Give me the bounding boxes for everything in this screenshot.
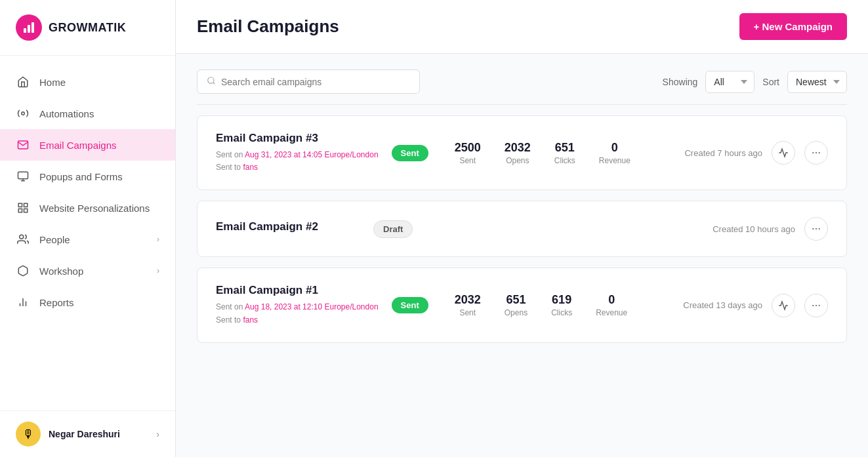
campaign-1-info: Email Campaign #1 Sent on Aug 18, 2023 a… — [216, 284, 379, 326]
stat-opens-value: 2032 — [505, 141, 531, 155]
reports-icon — [16, 295, 30, 309]
campaign-3-date: Aug 31, 2023 at 14:05 Europe/London — [245, 150, 379, 159]
campaign-card: Email Campaign #1 Sent on Aug 18, 2023 a… — [197, 268, 847, 342]
sidebar: GROWMATIK Home Automations — [0, 0, 176, 457]
popups-icon — [16, 169, 30, 184]
stat-revenue: 0 Revenue — [599, 141, 630, 165]
main-header: Email Campaigns + New Campaign — [176, 0, 868, 54]
campaign-3-more-button[interactable] — [804, 141, 828, 165]
people-chevron-icon: › — [157, 235, 159, 244]
workshop-icon — [16, 264, 30, 278]
svg-point-20 — [812, 228, 814, 229]
sidebar-item-website-personalizations[interactable]: Website Personalizations — [0, 192, 175, 224]
stat-revenue-value: 0 — [596, 293, 627, 307]
sidebar-item-people-label: People — [39, 234, 70, 245]
sidebar-item-automations[interactable]: Automations — [0, 98, 175, 129]
svg-point-18 — [816, 152, 817, 153]
sidebar-item-people[interactable]: People › — [0, 224, 175, 255]
campaign-2-more-button[interactable] — [804, 217, 828, 241]
sidebar-item-email-campaigns[interactable]: Email Campaigns — [0, 129, 175, 161]
stat-sent: 2500 Sent — [455, 141, 481, 165]
stat-clicks-label: Clicks — [554, 156, 575, 165]
stat-revenue-value: 0 — [599, 141, 630, 155]
sort-label: Sort — [762, 77, 779, 87]
sidebar-logo: GROWMATIK — [0, 0, 175, 56]
user-profile[interactable]: 🎙 Negar Dareshuri › — [0, 410, 175, 457]
showing-select[interactable]: All Sent Draft — [705, 71, 754, 93]
logo-text: GROWMATIK — [49, 21, 126, 35]
home-icon — [16, 75, 30, 89]
search-input[interactable] — [221, 77, 410, 87]
automations-icon — [16, 106, 30, 121]
svg-rect-8 — [24, 203, 28, 207]
sort-select[interactable]: Newest Oldest — [787, 71, 847, 93]
search-icon — [207, 76, 216, 87]
campaign-1-actions: Created 13 days ago — [683, 294, 828, 317]
content-area: Showing All Sent Draft Sort Newest Oldes… — [176, 54, 868, 457]
stat-opens-label: Opens — [505, 156, 531, 165]
campaign-1-audience: fans — [243, 315, 258, 325]
svg-rect-9 — [24, 209, 28, 212]
people-icon — [16, 232, 30, 247]
sidebar-item-workshop-label: Workshop — [39, 266, 83, 277]
svg-point-22 — [819, 228, 820, 229]
stat-revenue-label: Revenue — [596, 308, 627, 317]
svg-point-24 — [816, 305, 817, 306]
svg-rect-10 — [18, 209, 22, 212]
campaign-3-name: Email Campaign #3 — [216, 132, 379, 145]
sidebar-item-home[interactable]: Home — [0, 66, 175, 98]
page-title: Email Campaigns — [197, 16, 339, 37]
campaign-3-stats: 2500 Sent 2032 Opens 651 Clicks 0 Revenu… — [455, 141, 630, 165]
stat-clicks-value: 619 — [551, 293, 572, 307]
campaign-2-created: Created 10 hours ago — [713, 224, 795, 234]
stat-revenue-label: Revenue — [599, 156, 630, 165]
svg-line-16 — [213, 83, 215, 85]
campaign-3-chart-button[interactable] — [772, 141, 795, 165]
status-badge: Sent — [392, 297, 428, 313]
campaign-1-more-button[interactable] — [804, 294, 828, 317]
svg-point-17 — [812, 152, 814, 153]
campaign-2-actions: Created 10 hours ago — [713, 217, 828, 241]
svg-rect-2 — [31, 22, 34, 33]
status-badge: Sent — [392, 145, 428, 161]
stat-clicks-label: Clicks — [551, 308, 572, 317]
svg-point-11 — [20, 235, 24, 239]
svg-point-15 — [208, 77, 214, 83]
sidebar-item-workshop[interactable]: Workshop › — [0, 255, 175, 287]
stat-revenue: 0 Revenue — [596, 293, 627, 317]
svg-rect-7 — [18, 203, 22, 207]
avatar: 🎙 — [16, 422, 41, 447]
campaign-3-meta: Sent on Aug 31, 2023 at 14:05 Europe/Lon… — [216, 149, 379, 174]
website-icon — [16, 201, 30, 215]
status-badge: Draft — [373, 220, 413, 238]
stat-sent-label: Sent — [455, 156, 481, 165]
sidebar-nav: Home Automations Email Campaigns — [0, 56, 175, 410]
svg-rect-0 — [24, 28, 26, 33]
sidebar-item-website-label: Website Personalizations — [39, 203, 150, 214]
campaign-3-created: Created 7 hours ago — [684, 148, 762, 158]
stat-sent-value: 2032 — [455, 293, 481, 307]
stat-sent: 2032 Sent — [455, 293, 481, 317]
svg-point-23 — [812, 305, 814, 306]
svg-point-21 — [816, 228, 817, 229]
main-content: Email Campaigns + New Campaign Showing A… — [176, 0, 868, 457]
campaign-2-info: Email Campaign #2 — [216, 220, 360, 237]
divider — [197, 104, 847, 105]
email-campaigns-icon — [16, 138, 30, 152]
stat-sent-value: 2500 — [455, 141, 481, 155]
new-campaign-button[interactable]: + New Campaign — [739, 13, 847, 40]
stat-clicks: 651 Clicks — [554, 141, 575, 165]
campaign-1-chart-button[interactable] — [772, 294, 795, 317]
workshop-chevron-icon: › — [157, 266, 159, 275]
sidebar-item-popups-label: Popups and Forms — [39, 171, 123, 182]
stat-sent-label: Sent — [455, 308, 481, 317]
svg-point-19 — [819, 152, 820, 153]
stat-clicks-value: 651 — [554, 141, 575, 155]
campaign-card: Email Campaign #2 Draft Created 10 hours… — [197, 201, 847, 257]
sidebar-item-automations-label: Automations — [39, 108, 94, 119]
campaign-3-actions: Created 7 hours ago — [684, 141, 828, 165]
sidebar-item-popups[interactable]: Popups and Forms — [0, 161, 175, 192]
sidebar-item-reports[interactable]: Reports — [0, 287, 175, 318]
stat-clicks: 619 Clicks — [551, 293, 572, 317]
svg-rect-4 — [18, 172, 28, 179]
